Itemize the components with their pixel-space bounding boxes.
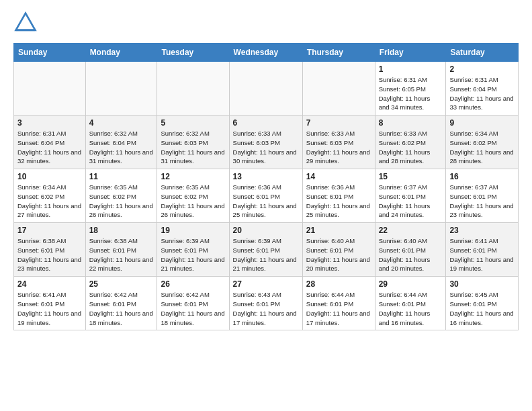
calendar-cell bbox=[14, 62, 86, 116]
day-number: 9 bbox=[449, 118, 515, 128]
day-number: 10 bbox=[17, 172, 82, 181]
day-info: Sunrise: 6:42 AM Sunset: 6:01 PM Dayligh… bbox=[89, 290, 154, 327]
calendar-cell: 3Sunrise: 6:31 AM Sunset: 6:04 PM Daylig… bbox=[14, 116, 86, 169]
calendar-cell: 1Sunrise: 6:31 AM Sunset: 6:05 PM Daylig… bbox=[375, 62, 446, 116]
header bbox=[13, 11, 519, 35]
weekday-header-tuesday: Tuesday bbox=[157, 44, 229, 62]
day-info: Sunrise: 6:40 AM Sunset: 6:01 PM Dayligh… bbox=[306, 236, 371, 273]
day-info: Sunrise: 6:31 AM Sunset: 6:04 PM Dayligh… bbox=[17, 129, 82, 166]
day-info: Sunrise: 6:37 AM Sunset: 6:01 PM Dayligh… bbox=[449, 183, 515, 220]
day-info: Sunrise: 6:36 AM Sunset: 6:01 PM Dayligh… bbox=[306, 183, 371, 220]
day-info: Sunrise: 6:35 AM Sunset: 6:02 PM Dayligh… bbox=[161, 183, 225, 220]
calendar-cell bbox=[85, 62, 157, 116]
weekday-header-thursday: Thursday bbox=[302, 44, 375, 62]
calendar-cell bbox=[229, 62, 302, 116]
day-number: 15 bbox=[379, 172, 443, 181]
day-number: 12 bbox=[161, 172, 225, 181]
calendar-cell: 18Sunrise: 6:38 AM Sunset: 6:01 PM Dayli… bbox=[85, 223, 157, 277]
calendar-cell: 13Sunrise: 6:36 AM Sunset: 6:01 PM Dayli… bbox=[229, 169, 302, 223]
calendar-cell: 25Sunrise: 6:42 AM Sunset: 6:01 PM Dayli… bbox=[85, 277, 157, 330]
day-info: Sunrise: 6:39 AM Sunset: 6:01 PM Dayligh… bbox=[233, 236, 299, 273]
calendar-cell: 24Sunrise: 6:41 AM Sunset: 6:01 PM Dayli… bbox=[14, 277, 86, 330]
day-info: Sunrise: 6:32 AM Sunset: 6:04 PM Dayligh… bbox=[89, 129, 154, 166]
day-number: 5 bbox=[161, 118, 225, 128]
day-number: 28 bbox=[306, 279, 371, 289]
weekday-header-sunday: Sunday bbox=[14, 44, 86, 62]
day-info: Sunrise: 6:38 AM Sunset: 6:01 PM Dayligh… bbox=[17, 236, 82, 273]
day-number: 1 bbox=[379, 64, 443, 74]
day-number: 13 bbox=[233, 172, 299, 181]
day-info: Sunrise: 6:45 AM Sunset: 6:01 PM Dayligh… bbox=[449, 290, 515, 327]
calendar-cell: 22Sunrise: 6:40 AM Sunset: 6:01 PM Dayli… bbox=[375, 223, 446, 277]
day-number: 29 bbox=[379, 279, 443, 289]
day-info: Sunrise: 6:39 AM Sunset: 6:01 PM Dayligh… bbox=[161, 236, 225, 273]
calendar-cell: 23Sunrise: 6:41 AM Sunset: 6:01 PM Dayli… bbox=[446, 223, 519, 277]
calendar-cell: 12Sunrise: 6:35 AM Sunset: 6:02 PM Dayli… bbox=[157, 169, 229, 223]
calendar-cell: 5Sunrise: 6:32 AM Sunset: 6:03 PM Daylig… bbox=[157, 116, 229, 169]
day-info: Sunrise: 6:36 AM Sunset: 6:01 PM Dayligh… bbox=[233, 183, 299, 220]
weekday-header-monday: Monday bbox=[85, 44, 157, 62]
calendar-cell bbox=[302, 62, 375, 116]
day-number: 26 bbox=[161, 279, 225, 289]
day-number: 8 bbox=[379, 118, 443, 128]
day-number: 22 bbox=[379, 226, 443, 235]
calendar-cell: 11Sunrise: 6:35 AM Sunset: 6:02 PM Dayli… bbox=[85, 169, 157, 223]
day-number: 20 bbox=[233, 226, 299, 235]
weekday-header-friday: Friday bbox=[375, 44, 446, 62]
day-number: 21 bbox=[306, 226, 371, 235]
calendar-cell: 26Sunrise: 6:42 AM Sunset: 6:01 PM Dayli… bbox=[157, 277, 229, 330]
day-number: 18 bbox=[89, 226, 154, 235]
day-info: Sunrise: 6:44 AM Sunset: 6:01 PM Dayligh… bbox=[306, 290, 371, 327]
day-info: Sunrise: 6:37 AM Sunset: 6:01 PM Dayligh… bbox=[379, 183, 443, 220]
day-info: Sunrise: 6:33 AM Sunset: 6:03 PM Dayligh… bbox=[233, 129, 299, 166]
day-info: Sunrise: 6:33 AM Sunset: 6:02 PM Dayligh… bbox=[379, 129, 443, 166]
calendar-cell: 10Sunrise: 6:34 AM Sunset: 6:02 PM Dayli… bbox=[14, 169, 86, 223]
calendar-cell: 7Sunrise: 6:33 AM Sunset: 6:03 PM Daylig… bbox=[302, 116, 375, 169]
day-info: Sunrise: 6:32 AM Sunset: 6:03 PM Dayligh… bbox=[161, 129, 225, 166]
calendar-cell: 20Sunrise: 6:39 AM Sunset: 6:01 PM Dayli… bbox=[229, 223, 302, 277]
day-info: Sunrise: 6:35 AM Sunset: 6:02 PM Dayligh… bbox=[89, 183, 154, 220]
day-number: 17 bbox=[17, 226, 82, 235]
week-row-3: 10Sunrise: 6:34 AM Sunset: 6:02 PM Dayli… bbox=[14, 169, 519, 223]
calendar-cell: 27Sunrise: 6:43 AM Sunset: 6:01 PM Dayli… bbox=[229, 277, 302, 330]
day-number: 7 bbox=[306, 118, 371, 128]
weekday-header-saturday: Saturday bbox=[446, 44, 519, 62]
day-info: Sunrise: 6:34 AM Sunset: 6:02 PM Dayligh… bbox=[449, 129, 515, 166]
day-info: Sunrise: 6:43 AM Sunset: 6:01 PM Dayligh… bbox=[233, 290, 299, 327]
day-number: 27 bbox=[233, 279, 299, 289]
day-info: Sunrise: 6:31 AM Sunset: 6:05 PM Dayligh… bbox=[379, 75, 443, 112]
day-number: 30 bbox=[449, 279, 515, 289]
calendar-cell: 21Sunrise: 6:40 AM Sunset: 6:01 PM Dayli… bbox=[302, 223, 375, 277]
day-info: Sunrise: 6:40 AM Sunset: 6:01 PM Dayligh… bbox=[379, 236, 443, 273]
calendar-cell: 4Sunrise: 6:32 AM Sunset: 6:04 PM Daylig… bbox=[85, 116, 157, 169]
day-number: 3 bbox=[17, 118, 82, 128]
calendar-cell: 8Sunrise: 6:33 AM Sunset: 6:02 PM Daylig… bbox=[375, 116, 446, 169]
day-info: Sunrise: 6:34 AM Sunset: 6:02 PM Dayligh… bbox=[17, 183, 82, 220]
calendar-cell: 14Sunrise: 6:36 AM Sunset: 6:01 PM Dayli… bbox=[302, 169, 375, 223]
day-number: 2 bbox=[449, 64, 515, 74]
day-number: 19 bbox=[161, 226, 225, 235]
calendar-cell: 30Sunrise: 6:45 AM Sunset: 6:01 PM Dayli… bbox=[446, 277, 519, 330]
weekday-header-wednesday: Wednesday bbox=[229, 44, 302, 62]
week-row-5: 24Sunrise: 6:41 AM Sunset: 6:01 PM Dayli… bbox=[14, 277, 519, 330]
day-number: 25 bbox=[89, 279, 154, 289]
day-number: 24 bbox=[17, 279, 82, 289]
calendar-cell: 29Sunrise: 6:44 AM Sunset: 6:01 PM Dayli… bbox=[375, 277, 446, 330]
calendar-cell: 28Sunrise: 6:44 AM Sunset: 6:01 PM Dayli… bbox=[302, 277, 375, 330]
calendar-cell: 6Sunrise: 6:33 AM Sunset: 6:03 PM Daylig… bbox=[229, 116, 302, 169]
day-number: 16 bbox=[449, 172, 515, 181]
day-info: Sunrise: 6:31 AM Sunset: 6:04 PM Dayligh… bbox=[449, 75, 515, 112]
day-info: Sunrise: 6:41 AM Sunset: 6:01 PM Dayligh… bbox=[449, 236, 515, 273]
calendar-cell: 15Sunrise: 6:37 AM Sunset: 6:01 PM Dayli… bbox=[375, 169, 446, 223]
calendar-cell: 17Sunrise: 6:38 AM Sunset: 6:01 PM Dayli… bbox=[14, 223, 86, 277]
calendar-cell: 16Sunrise: 6:37 AM Sunset: 6:01 PM Dayli… bbox=[446, 169, 519, 223]
day-info: Sunrise: 6:33 AM Sunset: 6:03 PM Dayligh… bbox=[306, 129, 371, 166]
calendar-cell: 9Sunrise: 6:34 AM Sunset: 6:02 PM Daylig… bbox=[446, 116, 519, 169]
day-info: Sunrise: 6:41 AM Sunset: 6:01 PM Dayligh… bbox=[17, 290, 82, 327]
day-number: 6 bbox=[233, 118, 299, 128]
logo-icon bbox=[13, 11, 38, 35]
day-number: 23 bbox=[449, 226, 515, 235]
calendar-cell bbox=[157, 62, 229, 116]
day-number: 11 bbox=[89, 172, 154, 181]
week-row-1: 1Sunrise: 6:31 AM Sunset: 6:05 PM Daylig… bbox=[14, 62, 519, 116]
